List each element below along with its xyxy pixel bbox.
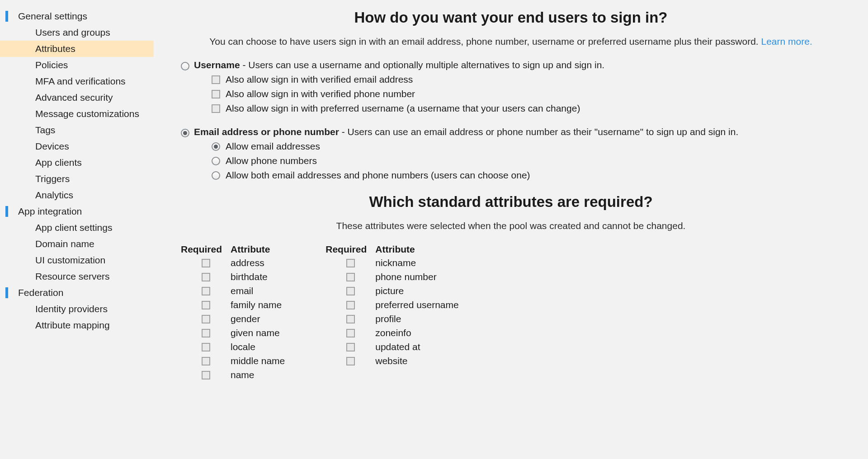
attribute-row: middle name	[181, 356, 285, 366]
sub-option-label: Allow both email addresses and phone num…	[226, 170, 530, 181]
sub-option-label: Allow email addresses	[226, 141, 320, 152]
checkbox-icon[interactable]	[346, 315, 355, 323]
option-username-label: Username	[194, 60, 240, 70]
attribute-name: nickname	[375, 258, 416, 268]
option-username[interactable]: Username - Users can use a username and …	[181, 60, 850, 70]
sidebar-section[interactable]: App integration	[0, 203, 154, 220]
sidebar-item[interactable]: Devices	[0, 138, 154, 155]
attributes-col-left: Required Attribute addressbirthdateemail…	[181, 244, 285, 384]
checkbox-icon[interactable]	[346, 343, 355, 351]
checkbox-icon[interactable]	[212, 75, 220, 84]
col-attribute-header: Attribute	[231, 244, 270, 255]
sidebar-item[interactable]: UI customization	[0, 252, 154, 268]
attribute-name: birthdate	[231, 272, 268, 282]
checkbox-icon[interactable]	[202, 301, 210, 309]
attribute-name: email	[231, 286, 253, 296]
checkbox-icon[interactable]	[202, 315, 210, 323]
attribute-name: gender	[231, 314, 260, 324]
checkbox-icon[interactable]	[202, 287, 210, 295]
radio-icon[interactable]	[212, 171, 220, 180]
checkbox-icon[interactable]	[212, 90, 220, 98]
sidebar-item[interactable]: MFA and verifications	[0, 73, 154, 89]
sidebar-item[interactable]: App clients	[0, 155, 154, 171]
checkbox-icon[interactable]	[346, 259, 355, 267]
checkbox-icon[interactable]	[346, 287, 355, 295]
signin-subtext-text: You can choose to have users sign in wit…	[209, 36, 761, 47]
col-required-header: Required	[326, 244, 375, 255]
checkbox-icon[interactable]	[346, 301, 355, 309]
checkbox-icon[interactable]	[202, 343, 210, 351]
attribute-name: locale	[231, 342, 255, 352]
attribute-row: locale	[181, 342, 285, 352]
radio-icon[interactable]	[181, 62, 189, 70]
attribute-name: profile	[375, 314, 401, 324]
option-email-phone-desc: - Users can use an email address or phon…	[339, 126, 738, 137]
attribute-name: name	[231, 370, 255, 380]
sub-option[interactable]: Allow email addresses	[212, 141, 850, 152]
option-username-desc: - Users can use a username and optionall…	[240, 60, 605, 70]
radio-icon[interactable]	[181, 129, 189, 137]
attribute-name: middle name	[231, 356, 285, 366]
sidebar-section[interactable]: General settings	[0, 8, 154, 24]
attribute-name: phone number	[375, 272, 436, 282]
sub-option-label: Also allow sign in with verified phone n…	[226, 89, 415, 99]
checkbox-icon[interactable]	[346, 329, 355, 337]
sub-option[interactable]: Also allow sign in with verified phone n…	[212, 89, 850, 99]
attribute-row: preferred username	[326, 300, 458, 310]
sidebar-item[interactable]: Attributes	[0, 41, 154, 57]
option-text: Email address or phone number - Users ca…	[194, 126, 738, 137]
col-attribute-header: Attribute	[375, 244, 415, 255]
attribute-name: zoneinfo	[375, 328, 411, 338]
checkbox-icon[interactable]	[346, 273, 355, 281]
attributes-col-right: Required Attribute nicknamephone numberp…	[326, 244, 458, 384]
sidebar-item[interactable]: Attribute mapping	[0, 317, 154, 333]
sidebar-item[interactable]: Triggers	[0, 171, 154, 187]
option-email-phone-label: Email address or phone number	[194, 126, 339, 137]
sub-option[interactable]: Also allow sign in with preferred userna…	[212, 103, 850, 114]
sub-option[interactable]: Allow phone numbers	[212, 155, 850, 166]
checkbox-icon[interactable]	[202, 371, 210, 379]
attribute-name: picture	[375, 286, 404, 296]
signin-subtext: You can choose to have users sign in wit…	[172, 36, 850, 47]
attribute-row: picture	[326, 286, 458, 296]
attributes-columns: Required Attribute addressbirthdateemail…	[172, 244, 850, 384]
radio-icon[interactable]	[212, 142, 220, 151]
attribute-name: website	[375, 356, 407, 366]
checkbox-icon[interactable]	[202, 357, 210, 365]
learn-more-link[interactable]: Learn more.	[761, 36, 812, 47]
radio-icon[interactable]	[212, 157, 220, 165]
checkbox-icon[interactable]	[212, 104, 220, 113]
sidebar-item[interactable]: Message customizations	[0, 106, 154, 122]
option-email-phone-subs: Allow email addressesAllow phone numbers…	[181, 141, 850, 181]
sidebar-item[interactable]: Advanced security	[0, 89, 154, 106]
signin-heading: How do you want your end users to sign i…	[172, 9, 850, 26]
checkbox-icon[interactable]	[346, 357, 355, 365]
main-content: How do you want your end users to sign i…	[154, 0, 868, 459]
attribute-row: family name	[181, 300, 285, 310]
sub-option[interactable]: Also allow sign in with verified email a…	[212, 74, 850, 85]
attribute-name: family name	[231, 300, 282, 310]
checkbox-icon[interactable]	[202, 259, 210, 267]
option-text: Username - Users can use a username and …	[194, 60, 604, 70]
sub-option[interactable]: Allow both email addresses and phone num…	[212, 170, 850, 181]
option-username-subs: Also allow sign in with verified email a…	[181, 74, 850, 114]
sidebar-item[interactable]: Domain name	[0, 236, 154, 252]
checkbox-icon[interactable]	[202, 329, 210, 337]
sidebar-item[interactable]: Policies	[0, 57, 154, 73]
attribute-name: address	[231, 258, 264, 268]
sidebar-item[interactable]: Identity providers	[0, 301, 154, 317]
attributes-heading: Which standard attributes are required?	[172, 193, 850, 211]
attribute-name: given name	[231, 328, 280, 338]
option-email-phone[interactable]: Email address or phone number - Users ca…	[181, 126, 850, 137]
attribute-row: website	[326, 356, 458, 366]
sidebar-item[interactable]: Resource servers	[0, 268, 154, 285]
attributes-section: Which standard attributes are required? …	[172, 193, 850, 384]
sidebar-section[interactable]: Federation	[0, 285, 154, 301]
attribute-row: updated at	[326, 342, 458, 352]
sidebar-item[interactable]: Users and groups	[0, 24, 154, 41]
checkbox-icon[interactable]	[202, 273, 210, 281]
sidebar-item[interactable]: Analytics	[0, 187, 154, 203]
sidebar-item[interactable]: App client settings	[0, 220, 154, 236]
attribute-row: phone number	[326, 272, 458, 282]
sidebar-item[interactable]: Tags	[0, 122, 154, 138]
